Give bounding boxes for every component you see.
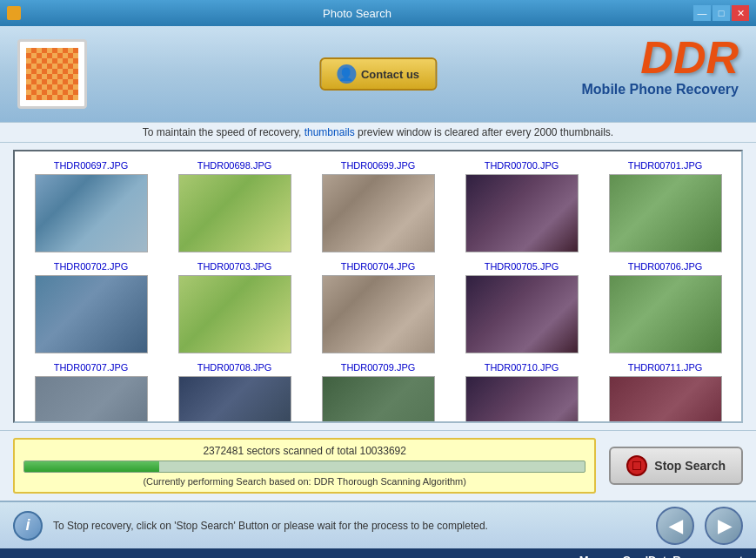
photo-grid: THDR00697.JPGTHDR00698.JPGTHDR00699.JPGT… xyxy=(15,151,741,423)
photo-item[interactable]: THDR00703.JPG xyxy=(163,257,306,358)
stop-btn-label: Stop Search xyxy=(654,459,726,473)
contact-label: Contact us xyxy=(361,68,419,81)
progress-section: 2372481 sectors scanned of total 1003369… xyxy=(0,430,756,501)
close-button[interactable]: ✕ xyxy=(732,5,749,21)
photo-label: THDR00698.JPG xyxy=(197,160,272,171)
photo-thumbnail xyxy=(178,275,291,353)
photo-item[interactable]: THDR00709.JPG xyxy=(306,358,450,423)
photo-thumbnail xyxy=(35,376,148,423)
photo-grid-container[interactable]: THDR00697.JPGTHDR00698.JPGTHDR00699.JPGT… xyxy=(13,150,743,423)
photo-item[interactable]: THDR00699.JPG xyxy=(306,156,450,257)
photo-thumbnail xyxy=(609,275,722,353)
photo-item[interactable]: THDR00707.JPG xyxy=(19,358,163,423)
photo-thumbnail xyxy=(465,376,579,423)
forward-button[interactable]: ▶ xyxy=(705,507,743,545)
photo-label: THDR00697.JPG xyxy=(54,160,129,171)
photo-item[interactable]: THDR00705.JPG xyxy=(450,257,593,358)
photo-thumbnail xyxy=(322,174,435,252)
photo-thumbnail xyxy=(35,174,148,252)
contact-button[interactable]: 👤 Contact us xyxy=(319,57,437,91)
photo-label: THDR00708.JPG xyxy=(197,362,272,373)
photo-item[interactable]: THDR00700.JPG xyxy=(450,156,593,257)
ddr-logo: DDR Mobile Phone Recovery xyxy=(582,35,739,97)
footer: MemoryCardDataRecovery.net xyxy=(0,548,756,558)
logo-image xyxy=(26,48,78,100)
app-icon xyxy=(7,6,21,20)
photo-thumbnail xyxy=(322,275,435,353)
bottom-message: To Stop recovery, click on 'Stop Search'… xyxy=(53,520,646,532)
stop-icon xyxy=(626,455,647,476)
info-icon: i xyxy=(13,511,43,541)
window-title: Photo Search xyxy=(21,7,693,20)
photo-label: THDR00703.JPG xyxy=(197,261,272,272)
photo-thumbnail xyxy=(609,376,722,423)
photo-item[interactable]: THDR00706.JPG xyxy=(593,257,737,358)
photo-label: THDR00701.JPG xyxy=(628,160,703,171)
photo-label: THDR00700.JPG xyxy=(485,160,559,171)
maximize-button[interactable]: □ xyxy=(713,5,730,21)
info-bar: To maintain the speed of recovery, thumb… xyxy=(0,122,756,143)
footer-text: MemoryCardDataRecovery.net xyxy=(579,554,743,559)
photo-item[interactable]: THDR00701.JPG xyxy=(593,156,737,257)
main-content: THDR00697.JPGTHDR00698.JPGTHDR00699.JPGT… xyxy=(0,143,756,430)
photo-thumbnail xyxy=(609,174,722,252)
info-message: To maintain the speed of recovery, thumb… xyxy=(143,126,613,138)
logo-box xyxy=(17,39,87,109)
progress-sectors-text: 2372481 sectors scanned of total 1003369… xyxy=(23,445,585,457)
photo-item[interactable]: THDR00702.JPG xyxy=(19,257,163,358)
minimize-button[interactable]: — xyxy=(693,5,711,21)
progress-bar-container xyxy=(23,461,585,473)
contact-icon: 👤 xyxy=(337,64,356,84)
photo-thumbnail xyxy=(178,174,291,252)
stop-search-button[interactable]: Stop Search xyxy=(609,447,743,485)
photo-label: THDR00705.JPG xyxy=(485,261,559,272)
photo-label: THDR00707.JPG xyxy=(54,362,129,373)
photo-thumbnail xyxy=(465,174,579,252)
photo-label: THDR00699.JPG xyxy=(341,160,416,171)
header: 👤 Contact us DDR Mobile Phone Recovery xyxy=(0,26,756,122)
photo-label: THDR00702.JPG xyxy=(54,261,129,272)
progress-bar-fill xyxy=(24,461,159,472)
photo-item[interactable]: THDR00698.JPG xyxy=(163,156,306,257)
photo-item[interactable]: THDR00697.JPG xyxy=(19,156,163,257)
photo-thumbnail xyxy=(178,376,291,423)
photo-label: THDR00711.JPG xyxy=(628,362,703,373)
window-controls: — □ ✕ xyxy=(693,5,749,21)
info-symbol: i xyxy=(25,516,30,534)
progress-algo-text: (Currently performing Search based on: D… xyxy=(23,476,585,487)
photo-label: THDR00704.JPG xyxy=(341,261,416,272)
photo-thumbnail xyxy=(465,275,579,353)
ddr-text: DDR xyxy=(582,35,739,80)
ddr-subtitle: Mobile Phone Recovery xyxy=(582,82,739,97)
photo-label: THDR00709.JPG xyxy=(341,362,416,373)
photo-thumbnail xyxy=(322,376,435,423)
stop-square xyxy=(632,461,641,470)
progress-info: 2372481 sectors scanned of total 1003369… xyxy=(13,438,596,494)
bottom-bar: i To Stop recovery, click on 'Stop Searc… xyxy=(0,501,756,548)
photo-item[interactable]: THDR00711.JPG xyxy=(593,358,737,423)
title-bar: Photo Search — □ ✕ xyxy=(0,0,756,26)
photo-thumbnail xyxy=(35,275,148,353)
thumbnails-link[interactable]: thumbnails xyxy=(304,126,355,138)
photo-item[interactable]: THDR00704.JPG xyxy=(306,257,450,358)
photo-label: THDR00710.JPG xyxy=(485,362,559,373)
photo-item[interactable]: THDR00710.JPG xyxy=(450,358,593,423)
back-button[interactable]: ◀ xyxy=(656,507,694,545)
photo-label: THDR00706.JPG xyxy=(628,261,703,272)
photo-item[interactable]: THDR00708.JPG xyxy=(163,358,306,423)
